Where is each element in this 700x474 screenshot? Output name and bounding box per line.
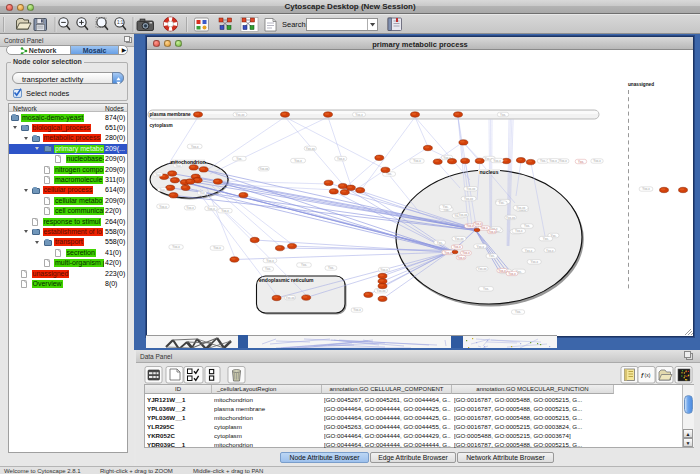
svg-text:Yxx-: Yxx-: [500, 113, 506, 117]
svg-text:Yxx-: Yxx-: [328, 266, 334, 270]
svg-text:Yxx-xx: Yxx-xx: [506, 216, 516, 220]
svg-text:Yxx-xx: Yxx-xx: [516, 206, 526, 210]
svg-text:Yxx-x: Yxx-x: [444, 251, 452, 255]
svg-text:unassigned: unassigned: [628, 82, 654, 87]
svg-text:Yxx-x: Yxx-x: [221, 209, 229, 213]
svg-text:Yxx-: Yxx-: [515, 310, 521, 314]
svg-text:1:1: 1:1: [117, 20, 124, 25]
svg-text:Yxx-x: Yxx-x: [457, 256, 465, 260]
svg-text:Yxx-x: Yxx-x: [413, 159, 421, 163]
svg-text:Yxx-: Yxx-: [442, 205, 448, 209]
svg-text:Yxx-: Yxx-: [540, 159, 546, 163]
svg-text:endoplasmic reticulum: endoplasmic reticulum: [259, 277, 314, 283]
svg-text:Yxx-x: Yxx-x: [525, 249, 533, 253]
svg-text:Yxx-xx: Yxx-xx: [377, 289, 387, 293]
svg-text:Yx-x: Yx-x: [159, 188, 165, 192]
svg-text:Yxx-xx: Yxx-xx: [306, 147, 316, 151]
svg-text:Yxx-x: Yxx-x: [353, 308, 361, 312]
svg-text:Yxx-x: Yxx-x: [462, 251, 470, 255]
svg-text:Yx-x: Yx-x: [175, 164, 181, 168]
svg-text:Yxx-: Yxx-: [437, 241, 443, 245]
svg-text:Yxx-x: Yxx-x: [515, 229, 523, 233]
svg-text:Yxx-xx: Yxx-xx: [236, 113, 246, 117]
svg-text:plasma membrane: plasma membrane: [150, 112, 192, 117]
svg-text:Yxx-: Yxx-: [498, 201, 504, 205]
svg-text:Yxx-x: Yxx-x: [159, 205, 167, 209]
svg-text:Yxx-x: Yxx-x: [530, 260, 538, 264]
svg-text:Yx-x: Yx-x: [199, 191, 205, 195]
svg-text:Yxx-: Yxx-: [483, 287, 489, 291]
svg-text:Yxx-x: Yxx-x: [355, 113, 363, 117]
svg-text:Yxx-: Yxx-: [543, 237, 549, 241]
svg-text:Yxx-x: Yxx-x: [186, 206, 194, 210]
svg-text:Yxx-x: Yxx-x: [207, 207, 215, 211]
svg-text:Yxx-: Yxx-: [236, 157, 242, 161]
svg-text:(x): (x): [645, 372, 651, 378]
svg-text:Yxx-: Yxx-: [524, 224, 530, 228]
svg-text:Yxx-x: Yxx-x: [546, 249, 554, 253]
svg-text:Yxx-: Yxx-: [386, 172, 392, 176]
svg-text:Yxx-x: Yxx-x: [294, 159, 302, 163]
svg-text:Yxx-x: Yxx-x: [488, 230, 496, 234]
svg-text:nucleus: nucleus: [480, 169, 499, 175]
svg-text:Yxx-xx: Yxx-xx: [455, 237, 465, 241]
svg-text:Yxx-: Yxx-: [578, 160, 584, 164]
svg-text:Yxx-x: Yxx-x: [593, 159, 601, 163]
svg-text:Yxx-: Yxx-: [301, 263, 307, 267]
svg-text:Yxx-xx: Yxx-xx: [458, 213, 468, 217]
svg-text:Yxx-x: Yxx-x: [642, 187, 650, 191]
svg-text:Yxx-x: Yxx-x: [191, 145, 199, 149]
svg-text:Yxx-x: Yxx-x: [380, 268, 388, 272]
svg-text:Yxx-x: Yxx-x: [480, 226, 488, 230]
svg-text:Yxx-x: Yxx-x: [466, 224, 474, 228]
svg-text:Yxx-x: Yxx-x: [266, 259, 274, 263]
svg-text:Yx-x: Yx-x: [155, 173, 161, 177]
svg-text:Yxx-x: Yxx-x: [453, 245, 461, 249]
svg-text:Yxx-x: Yxx-x: [498, 269, 506, 273]
svg-text:Yxx-x: Yxx-x: [172, 245, 180, 249]
svg-text:Yxx-: Yxx-: [489, 254, 495, 258]
svg-text:Yxx-x: Yxx-x: [508, 272, 516, 276]
svg-text:Yxx-xx: Yxx-xx: [478, 267, 488, 271]
svg-text:Yxx-x: Yxx-x: [559, 159, 567, 163]
svg-text:Search:: Search:: [282, 20, 308, 29]
svg-text:Yxx-x: Yxx-x: [213, 246, 221, 250]
svg-text:cytoplasm: cytoplasm: [150, 123, 173, 128]
svg-text:Yxx-x: Yxx-x: [549, 159, 557, 163]
svg-text:Yxx-x: Yxx-x: [476, 245, 484, 249]
svg-text:Yxx-x: Yxx-x: [474, 222, 482, 226]
svg-text:Yxx-x: Yxx-x: [337, 157, 345, 161]
svg-text:Yxx-xx: Yxx-xx: [286, 296, 296, 300]
svg-text:Yxx-xx: Yxx-xx: [259, 167, 269, 171]
svg-text:Yxx-: Yxx-: [265, 267, 271, 271]
svg-text:Yxx-x: Yxx-x: [493, 159, 501, 163]
svg-text:Yxx-xx: Yxx-xx: [466, 187, 476, 191]
svg-text:Yxx-xx: Yxx-xx: [464, 197, 474, 201]
